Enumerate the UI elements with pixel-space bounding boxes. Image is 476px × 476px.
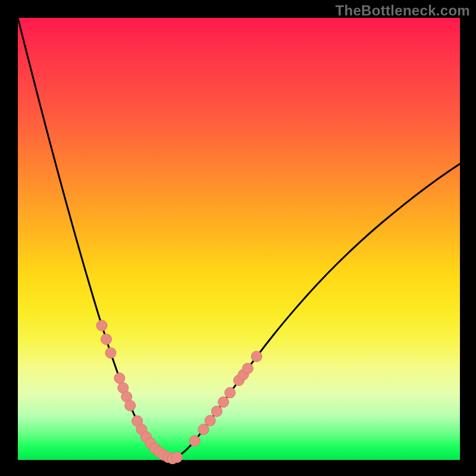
data-marker bbox=[242, 363, 253, 374]
plot-area bbox=[18, 18, 460, 460]
data-marker bbox=[225, 387, 236, 398]
data-marker bbox=[218, 397, 229, 408]
data-marker bbox=[125, 400, 136, 411]
bottleneck-curve bbox=[18, 18, 460, 458]
data-marker bbox=[251, 351, 262, 362]
chart-frame: TheBottleneck.com bbox=[0, 0, 476, 476]
chart-svg bbox=[18, 18, 460, 460]
data-marker bbox=[205, 415, 215, 426]
data-marker bbox=[198, 424, 209, 435]
marker-group bbox=[96, 320, 262, 464]
data-marker bbox=[105, 347, 116, 358]
data-marker bbox=[101, 334, 112, 345]
data-marker bbox=[189, 436, 200, 446]
data-marker bbox=[114, 373, 125, 384]
data-marker bbox=[96, 320, 107, 331]
watermark-text: TheBottleneck.com bbox=[336, 2, 470, 19]
data-marker bbox=[211, 406, 222, 416]
data-marker bbox=[171, 452, 182, 463]
